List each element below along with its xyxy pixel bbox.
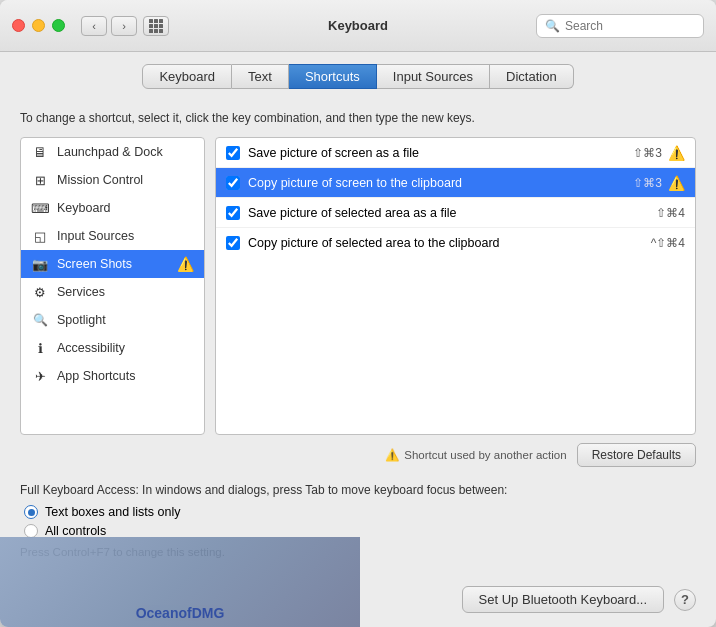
input-sources-icon: ◱ — [31, 227, 49, 245]
warn-note: ⚠️ Shortcut used by another action — [20, 448, 567, 462]
shortcut-row-3[interactable]: Copy picture of selected area to the cli… — [216, 228, 695, 258]
shortcut-checkbox-2[interactable] — [226, 206, 240, 220]
radio-circle-text-boxes — [24, 505, 38, 519]
sidebar-item-app-shortcuts[interactable]: ✈ App Shortcuts — [21, 362, 204, 390]
shortcut-label-3: Copy picture of selected area to the cli… — [248, 236, 643, 250]
warn-note-icon: ⚠️ — [385, 448, 399, 462]
shortcut-label-1: Copy picture of screen to the clipboard — [248, 176, 625, 190]
sidebar-item-label: Launchpad & Dock — [57, 145, 163, 159]
tab-keyboard[interactable]: Keyboard — [142, 64, 232, 89]
shortcuts-footer: ⚠️ Shortcut used by another action Resto… — [20, 435, 696, 473]
screenshots-icon: 📷 — [31, 255, 49, 273]
sidebar-item-spotlight[interactable]: 🔍 Spotlight — [21, 306, 204, 334]
radio-label-text-boxes: Text boxes and lists only — [45, 505, 181, 519]
radio-dot — [28, 509, 35, 516]
mission-control-icon: ⊞ — [31, 171, 49, 189]
shortcut-key-0: ⇧⌘3 ⚠️ — [633, 145, 685, 161]
shortcut-key-3: ^⇧⌘4 — [651, 236, 685, 250]
main-area: 🖥 Launchpad & Dock ⊞ Mission Control ⌨ K… — [20, 137, 696, 435]
shortcut-warn-1: ⚠️ — [668, 175, 685, 191]
window-title: Keyboard — [328, 18, 388, 33]
restore-defaults-button[interactable]: Restore Defaults — [577, 443, 696, 467]
sidebar-item-keyboard[interactable]: ⌨ Keyboard — [21, 194, 204, 222]
grid-button[interactable] — [143, 16, 169, 36]
screenshots-warn-icon: ⚠️ — [177, 256, 194, 272]
nav-buttons: ‹ › — [81, 16, 137, 36]
sidebar-item-label: Screen Shots — [57, 257, 132, 271]
shortcut-row-2[interactable]: Save picture of selected area as a file … — [216, 198, 695, 228]
warn-note-text: Shortcut used by another action — [404, 449, 566, 461]
shortcut-checkbox-3[interactable] — [226, 236, 240, 250]
traffic-lights — [12, 19, 65, 32]
sidebar-item-label: Spotlight — [57, 313, 106, 327]
titlebar: ‹ › Keyboard 🔍 — [0, 0, 716, 52]
sidebar-item-label: App Shortcuts — [57, 369, 136, 383]
shortcut-label-2: Save picture of selected area as a file — [248, 206, 648, 220]
shortcut-key-1: ⇧⌘3 ⚠️ — [633, 175, 685, 191]
tab-shortcuts[interactable]: Shortcuts — [289, 64, 377, 89]
shortcut-warn-0: ⚠️ — [668, 145, 685, 161]
ocean-label: OceanofDMG — [136, 605, 225, 621]
sidebar-item-label: Mission Control — [57, 173, 143, 187]
thumbnail-bar: OceanofDMG — [0, 537, 360, 627]
close-button[interactable] — [12, 19, 25, 32]
radio-label-all-controls: All controls — [45, 524, 106, 538]
sidebar-item-label: Keyboard — [57, 201, 111, 215]
shortcut-key-2: ⇧⌘4 — [656, 206, 685, 220]
radio-circle-all-controls — [24, 524, 38, 538]
keyboard-icon: ⌨ — [31, 199, 49, 217]
sidebar-item-accessibility[interactable]: ℹ Accessibility — [21, 334, 204, 362]
grid-icon — [149, 19, 163, 33]
search-icon: 🔍 — [545, 19, 560, 33]
search-input[interactable] — [565, 19, 695, 33]
tabs-bar: Keyboard Text Shortcuts Input Sources Di… — [0, 52, 716, 97]
sidebar-item-screenshots[interactable]: 📷 Screen Shots ⚠️ — [21, 250, 204, 278]
keyboard-preferences-window: ‹ › Keyboard 🔍 Keyboard Text Shortcuts I… — [0, 0, 716, 627]
sidebar-item-services[interactable]: ⚙ Services — [21, 278, 204, 306]
sidebar-item-label: Accessibility — [57, 341, 125, 355]
keyboard-access-label: Full Keyboard Access: In windows and dia… — [20, 483, 696, 497]
sidebar-item-label: Input Sources — [57, 229, 134, 243]
shortcuts-panel: Save picture of screen as a file ⇧⌘3 ⚠️ … — [215, 137, 696, 435]
help-button[interactable]: ? — [674, 589, 696, 611]
sidebar-item-mission-control[interactable]: ⊞ Mission Control — [21, 166, 204, 194]
services-icon: ⚙ — [31, 283, 49, 301]
search-box[interactable]: 🔍 — [536, 14, 704, 38]
back-button[interactable]: ‹ — [81, 16, 107, 36]
launchpad-icon: 🖥 — [31, 143, 49, 161]
radio-text-boxes[interactable]: Text boxes and lists only — [24, 505, 696, 519]
bluetooth-keyboard-button[interactable]: Set Up Bluetooth Keyboard... — [462, 586, 664, 613]
sidebar: 🖥 Launchpad & Dock ⊞ Mission Control ⌨ K… — [20, 137, 205, 435]
forward-button[interactable]: › — [111, 16, 137, 36]
accessibility-icon: ℹ — [31, 339, 49, 357]
shortcut-label-0: Save picture of screen as a file — [248, 146, 625, 160]
maximize-button[interactable] — [52, 19, 65, 32]
tab-input-sources[interactable]: Input Sources — [377, 64, 490, 89]
shortcut-checkbox-0[interactable] — [226, 146, 240, 160]
sidebar-item-launchpad[interactable]: 🖥 Launchpad & Dock — [21, 138, 204, 166]
radio-group: Text boxes and lists only All controls — [20, 505, 696, 538]
app-shortcuts-icon: ✈ — [31, 367, 49, 385]
shortcut-row-0[interactable]: Save picture of screen as a file ⇧⌘3 ⚠️ — [216, 138, 695, 168]
shortcut-row-1[interactable]: Copy picture of screen to the clipboard … — [216, 168, 695, 198]
sidebar-item-input-sources[interactable]: ◱ Input Sources — [21, 222, 204, 250]
tab-text[interactable]: Text — [232, 64, 289, 89]
main-content: To change a shortcut, select it, click t… — [0, 97, 716, 578]
sidebar-item-label: Services — [57, 285, 105, 299]
shortcut-checkbox-1[interactable] — [226, 176, 240, 190]
tab-dictation[interactable]: Dictation — [490, 64, 574, 89]
minimize-button[interactable] — [32, 19, 45, 32]
spotlight-icon: 🔍 — [31, 311, 49, 329]
instruction-text: To change a shortcut, select it, click t… — [20, 111, 696, 125]
radio-all-controls[interactable]: All controls — [24, 524, 696, 538]
